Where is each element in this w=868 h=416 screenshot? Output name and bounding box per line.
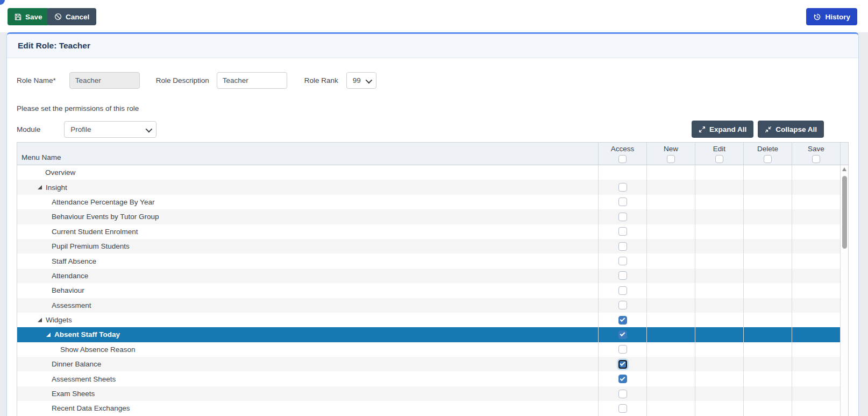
access-checkbox[interactable] bbox=[618, 360, 627, 369]
collapse-triangle-icon[interactable] bbox=[38, 318, 42, 322]
table-row[interactable]: Current Student Enrolment bbox=[17, 224, 840, 239]
menu-name-cell[interactable]: Exam Sheets bbox=[17, 386, 598, 401]
access-checkbox[interactable] bbox=[618, 330, 627, 339]
table-row[interactable]: Staff Absence bbox=[17, 253, 840, 268]
menu-item-label: Pupil Premium Students bbox=[52, 242, 130, 250]
edit-cell bbox=[695, 386, 743, 401]
access-cell bbox=[598, 180, 646, 194]
vertical-scrollbar[interactable] bbox=[840, 165, 848, 416]
menu-name-cell[interactable]: Widgets bbox=[17, 313, 598, 327]
menu-item-label: Show Absence Reason bbox=[60, 346, 136, 354]
table-row[interactable]: Attendance Percentage By Year bbox=[17, 195, 840, 209]
table-row[interactable]: Attendance bbox=[17, 269, 840, 283]
menu-item-label: Attendance Percentage By Year bbox=[52, 198, 154, 206]
access-checkbox[interactable] bbox=[618, 301, 627, 309]
menu-name-cell[interactable]: Recent Data Exchanges bbox=[17, 401, 598, 415]
scrollbar-up-arrow-icon[interactable] bbox=[842, 167, 846, 171]
role-rank-select[interactable]: 99 bbox=[346, 72, 376, 89]
table-row[interactable]: Overview bbox=[17, 165, 840, 180]
delete-cell bbox=[743, 357, 792, 371]
table-row[interactable]: Show Absence Reason bbox=[17, 342, 840, 357]
access-checkbox[interactable] bbox=[618, 257, 627, 265]
save-cell bbox=[792, 371, 840, 386]
select-all-checkbox[interactable] bbox=[812, 155, 820, 163]
select-all-checkbox[interactable] bbox=[667, 155, 675, 163]
menu-name-cell[interactable]: Absent Staff Today bbox=[17, 327, 598, 342]
select-all-checkbox[interactable] bbox=[715, 155, 723, 163]
delete-cell bbox=[743, 386, 792, 401]
menu-name-cell[interactable]: Attendance Percentage By Year bbox=[17, 195, 598, 209]
menu-name-cell[interactable]: Attendance bbox=[17, 269, 598, 283]
cancel-button[interactable]: Cancel bbox=[47, 8, 96, 25]
expand-all-button[interactable]: Expand All bbox=[692, 121, 753, 138]
grid-header: Menu Name Access New Edit Delete Save bbox=[17, 143, 848, 165]
access-cell bbox=[598, 401, 646, 415]
menu-name-cell[interactable]: Overview bbox=[17, 165, 598, 180]
menu-name-cell[interactable]: Assessment bbox=[17, 298, 598, 313]
delete-cell bbox=[743, 224, 792, 239]
access-cell bbox=[598, 283, 646, 298]
access-checkbox[interactable] bbox=[618, 213, 627, 221]
save-cell bbox=[792, 401, 840, 415]
access-cell bbox=[598, 298, 646, 313]
new-cell bbox=[646, 313, 695, 327]
corner-dot bbox=[0, 0, 5, 5]
module-select[interactable]: Profile bbox=[64, 121, 156, 138]
access-cell bbox=[598, 357, 646, 371]
ban-icon bbox=[54, 13, 62, 20]
role-name-label: Role Name* bbox=[17, 76, 56, 84]
menu-name-cell[interactable]: Dinner Balance bbox=[17, 357, 598, 371]
select-all-checkbox[interactable] bbox=[618, 155, 627, 163]
menu-name-cell[interactable]: Show Absence Reason bbox=[17, 342, 598, 357]
table-row[interactable]: Recent Data Exchanges bbox=[17, 401, 840, 415]
save-icon bbox=[15, 13, 22, 20]
access-checkbox[interactable] bbox=[618, 316, 627, 325]
access-checkbox[interactable] bbox=[618, 345, 627, 354]
menu-item-label: Insight bbox=[46, 184, 67, 192]
menu-name-cell[interactable]: Current Student Enrolment bbox=[17, 224, 598, 239]
access-checkbox[interactable] bbox=[618, 390, 627, 398]
collapse-triangle-icon[interactable] bbox=[38, 185, 42, 189]
new-cell bbox=[646, 224, 695, 239]
role-name-input[interactable] bbox=[69, 72, 140, 89]
access-checkbox[interactable] bbox=[618, 227, 627, 236]
table-row[interactable]: Insight bbox=[17, 180, 840, 194]
menu-name-cell[interactable]: Pupil Premium Students bbox=[17, 239, 598, 253]
table-row[interactable]: Dinner Balance bbox=[17, 357, 840, 371]
access-checkbox[interactable] bbox=[618, 375, 627, 383]
table-row[interactable]: Widgets bbox=[17, 313, 840, 327]
table-row[interactable]: Assessment bbox=[17, 298, 840, 313]
role-description-input[interactable] bbox=[217, 72, 287, 89]
new-cell bbox=[646, 180, 695, 194]
menu-name-cell[interactable]: Assessment Sheets bbox=[17, 371, 598, 386]
menu-name-cell[interactable]: Insight bbox=[17, 180, 598, 194]
access-cell bbox=[598, 239, 646, 253]
table-row[interactable]: Exam Sheets bbox=[17, 386, 840, 401]
history-button-label: History bbox=[825, 13, 850, 21]
menu-name-cell[interactable]: Staff Absence bbox=[17, 253, 598, 268]
scrollbar-thumb[interactable] bbox=[842, 176, 847, 249]
table-row[interactable]: Pupil Premium Students bbox=[17, 239, 840, 253]
collapse-all-button[interactable]: Collapse All bbox=[758, 121, 824, 138]
save-button[interactable]: Save bbox=[8, 8, 49, 25]
edit-cell bbox=[695, 313, 743, 327]
delete-cell bbox=[743, 239, 792, 253]
access-cell bbox=[598, 313, 646, 327]
access-checkbox[interactable] bbox=[618, 404, 627, 413]
access-checkbox[interactable] bbox=[618, 242, 627, 251]
collapse-triangle-icon[interactable] bbox=[46, 333, 51, 337]
history-button[interactable]: History bbox=[806, 8, 857, 25]
access-checkbox[interactable] bbox=[618, 286, 627, 295]
menu-name-cell[interactable]: Behaviour bbox=[17, 283, 598, 298]
table-row[interactable]: Absent Staff Today bbox=[17, 327, 840, 342]
menu-name-cell[interactable]: Behaviour Events by Tutor Group bbox=[17, 209, 598, 224]
access-checkbox[interactable] bbox=[618, 198, 627, 206]
table-row[interactable]: Behaviour Events by Tutor Group bbox=[17, 209, 840, 224]
select-all-checkbox[interactable] bbox=[764, 155, 772, 163]
permission-column-label: New bbox=[664, 145, 678, 153]
access-checkbox[interactable] bbox=[618, 183, 627, 192]
access-checkbox[interactable] bbox=[618, 271, 627, 280]
table-row[interactable]: Assessment Sheets bbox=[17, 371, 840, 386]
delete-cell bbox=[743, 253, 792, 268]
table-row[interactable]: Behaviour bbox=[17, 283, 840, 298]
